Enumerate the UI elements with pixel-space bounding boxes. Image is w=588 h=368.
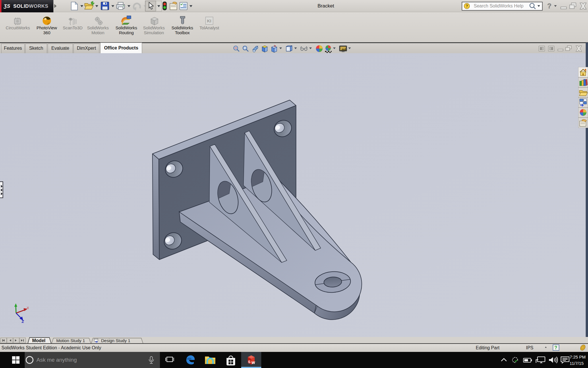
svg-text:?: ? (466, 4, 468, 8)
svg-text:?: ? (554, 345, 557, 350)
svg-text:Motion Study 1: Motion Study 1 (56, 338, 85, 343)
svg-text:?: ? (547, 2, 552, 10)
svg-text:KI: KI (207, 18, 211, 23)
svg-text:Design Study 1: Design Study 1 (101, 338, 130, 343)
svg-text:Model: Model (32, 338, 45, 343)
svg-text:W: W (252, 361, 255, 365)
svg-text:S: S (248, 360, 251, 364)
